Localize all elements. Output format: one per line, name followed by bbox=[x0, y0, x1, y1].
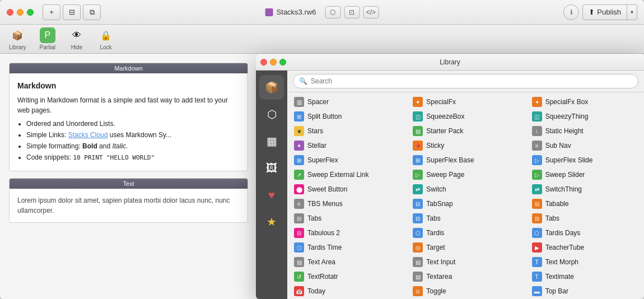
library-title-bar: Library bbox=[256, 54, 644, 71]
add-button[interactable]: + bbox=[43, 4, 60, 20]
search-box[interactable]: 🔍 bbox=[293, 74, 638, 88]
library-item[interactable]: ≡Sub Nav bbox=[525, 138, 644, 153]
library-item[interactable]: TTextimate bbox=[525, 269, 644, 284]
hide-icon: 👁 bbox=[69, 27, 85, 43]
pages-button[interactable]: ⊟ bbox=[63, 4, 81, 20]
library-item[interactable]: ▷Sweep Page bbox=[406, 167, 525, 182]
library-item[interactable]: ⇄Switch bbox=[406, 182, 525, 197]
library-item[interactable]: ⊟Tabable bbox=[525, 197, 644, 211]
lib-item-icon: ⬤ bbox=[294, 184, 304, 194]
lib-item-name: SuperFlex bbox=[307, 156, 338, 164]
lib-item-icon: ◫ bbox=[532, 111, 542, 122]
library-item[interactable]: ✦Stellar bbox=[287, 138, 406, 153]
library-item[interactable]: ↗Sweep External Link bbox=[287, 167, 406, 182]
library-item[interactable]: ⊙Toggle bbox=[406, 284, 525, 298]
library-item[interactable]: ⊞SuperFlex bbox=[287, 153, 406, 167]
sidebar-grid[interactable]: ▦ bbox=[259, 129, 284, 153]
list-item-3: Simple formatting: Bold and Italic. bbox=[26, 141, 240, 151]
close-button[interactable] bbox=[7, 9, 13, 16]
library-item[interactable]: ◎Target bbox=[406, 240, 525, 255]
library-item[interactable]: ▤Text Area bbox=[287, 255, 406, 269]
title-icons: ⬡ ⊡ </> bbox=[325, 6, 379, 18]
library-window: Library 📦 ⬡ ▦ 🖼 ♥ bbox=[256, 54, 644, 299]
sidebar-favorites[interactable]: ♥ bbox=[259, 183, 284, 207]
toolbar2-hide[interactable]: 👁 Hide bbox=[69, 27, 85, 50]
lib-close-button[interactable] bbox=[260, 59, 267, 66]
library-item[interactable]: ⊞SuperFlex Base bbox=[406, 153, 525, 167]
toolbar2-library[interactable]: 📦 Library bbox=[9, 27, 26, 50]
stacks-cloud-link[interactable]: Stacks Cloud bbox=[68, 131, 108, 139]
stacks-icon-btn[interactable]: ⬡ bbox=[325, 6, 340, 18]
toolbar2-partial[interactable]: P Partial bbox=[40, 27, 55, 50]
library-item[interactable]: ▤Text Input bbox=[406, 255, 525, 269]
lib-item-icon: ✦ bbox=[532, 97, 542, 107]
library-item[interactable]: ▤Starter Pack bbox=[406, 124, 525, 138]
library-item[interactable]: 📅Today bbox=[287, 284, 406, 298]
library-item[interactable]: ↺TextRotatr bbox=[287, 269, 406, 284]
library-item[interactable]: ⊟TabSnap bbox=[406, 197, 525, 211]
markdown-block-header: Markdown bbox=[10, 63, 248, 73]
library-item[interactable]: ⊞Split Button bbox=[287, 109, 406, 124]
library-item[interactable]: ◫SqueezyThing bbox=[525, 109, 644, 124]
library-item[interactable]: ▶TeacherTube bbox=[525, 240, 644, 255]
toolbar2-lock[interactable]: 🔒 Lock bbox=[98, 27, 114, 50]
library-item[interactable]: ◫SqueezeBox bbox=[406, 109, 525, 124]
lib-item-icon: ✦ bbox=[413, 97, 423, 107]
library-item[interactable]: ⬤Sweet Button bbox=[287, 182, 406, 197]
library-item[interactable]: ★Stars bbox=[287, 124, 406, 138]
lib-item-name: Starter Pack bbox=[426, 127, 463, 135]
sidebar-image[interactable]: 🖼 bbox=[259, 156, 284, 180]
library-item[interactable]: ⊟Tabs bbox=[525, 211, 644, 226]
library-item[interactable]: ≡TBS Menus bbox=[287, 197, 406, 211]
lib-item-icon: ⊟ bbox=[532, 199, 542, 209]
sidebar-blocks[interactable]: ⬡ bbox=[259, 102, 284, 127]
lib-item-name: Text Morph bbox=[545, 258, 578, 266]
main-window: + ⊟ ⧉ Stacks3.rw6 ⬡ ⊡ </> i ⬆ Publish bbox=[0, 0, 644, 299]
library-item[interactable]: ▬Top Bar bbox=[525, 284, 644, 298]
library-item[interactable]: 📌Sticky bbox=[406, 138, 525, 153]
library-item[interactable]: ✦SpecialFx Box bbox=[525, 95, 644, 109]
lib-item-name: Top Bar bbox=[545, 287, 568, 295]
list-item-1: Ordered and Unordered Lists. bbox=[26, 119, 240, 129]
canvas-area[interactable]: Markdown Markdown Writing in Markdown fo… bbox=[0, 54, 257, 299]
library-item[interactable]: ▤Textarea bbox=[406, 269, 525, 284]
lib-max-button[interactable] bbox=[279, 59, 286, 66]
library-item[interactable]: ⇄SwitchThing bbox=[525, 182, 644, 197]
publish-dropdown-arrow[interactable]: ▾ bbox=[627, 5, 637, 20]
info-button[interactable]: i bbox=[563, 4, 579, 20]
partial-icon: P bbox=[40, 27, 55, 43]
minimize-button[interactable] bbox=[17, 9, 24, 16]
library-item[interactable]: ▷Sweep Slider bbox=[525, 167, 644, 182]
library-item[interactable]: ⊟Tabs bbox=[287, 211, 406, 226]
library-item[interactable]: ▷SuperFlex Slide bbox=[525, 153, 644, 167]
library-item[interactable]: ⬡Tardis Days bbox=[525, 226, 644, 240]
maximize-button[interactable] bbox=[27, 9, 34, 16]
lock-icon: 🔒 bbox=[98, 27, 114, 43]
library-item[interactable]: ⬡Tardis bbox=[406, 226, 525, 240]
file-title: Stacks3.rw6 bbox=[265, 8, 316, 16]
copy-button[interactable]: ⧉ bbox=[83, 4, 101, 20]
lib-item-name: Tardis bbox=[426, 229, 444, 237]
lib-item-icon: ▷ bbox=[532, 155, 542, 165]
lib-item-icon: ⊟ bbox=[413, 199, 423, 209]
library-item[interactable]: ↕Static Height bbox=[525, 124, 644, 138]
library-item[interactable]: ✦SpecialFx bbox=[406, 95, 525, 109]
library-item[interactable]: ⬡Tardis Time bbox=[287, 240, 406, 255]
search-input[interactable] bbox=[311, 77, 632, 85]
lib-item-name: Textarea bbox=[426, 273, 452, 281]
lib-min-button[interactable] bbox=[270, 59, 277, 66]
lib-item-name: Sweep Slider bbox=[545, 171, 585, 179]
library-item[interactable]: ▥Spacer bbox=[287, 95, 406, 109]
lib-item-name: Tabs bbox=[545, 214, 559, 222]
code-icon-btn[interactable]: </> bbox=[363, 6, 379, 18]
library-item[interactable]: TText Morph bbox=[525, 255, 644, 269]
library-item[interactable]: ⊟Tabs bbox=[406, 211, 525, 226]
lib-item-icon: ≡ bbox=[532, 141, 542, 151]
library-item[interactable]: ⊟Tabulous 2 bbox=[287, 226, 406, 240]
preview-icon-btn[interactable]: ⊡ bbox=[344, 6, 360, 18]
sidebar-starred[interactable]: ★ bbox=[259, 209, 284, 234]
publish-button[interactable]: ⬆ Publish ▾ bbox=[582, 4, 637, 20]
sidebar-stacks[interactable]: 📦 bbox=[259, 75, 284, 100]
search-icon: 🔍 bbox=[299, 77, 307, 85]
publish-icon: ⬆ bbox=[589, 8, 595, 16]
